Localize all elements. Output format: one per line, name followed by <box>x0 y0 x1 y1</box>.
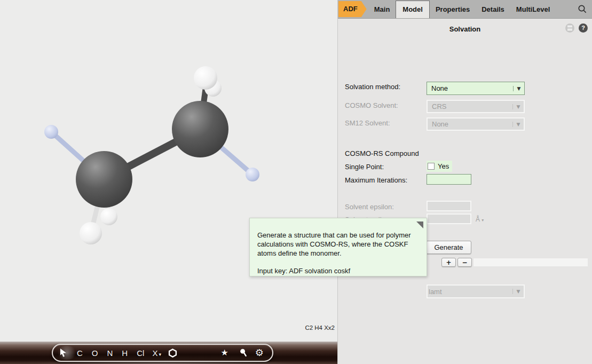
tab-details[interactable]: Details <box>476 1 510 18</box>
molecule-viewer: C2 H4 Xx2 C O N H Cl X ▾ ★ ⚙ <box>0 0 337 364</box>
partially-hidden-dropdown-value: lamt <box>428 288 512 296</box>
molecule-canvas[interactable] <box>0 0 337 342</box>
element-button-c[interactable]: C <box>77 349 83 357</box>
pointer-tool-icon[interactable] <box>59 348 68 358</box>
solvation-method-label: Solvation method: <box>345 83 400 91</box>
tooltip-input-key: Input key: ADF solvation coskf <box>257 267 419 276</box>
element-button-cl[interactable]: Cl <box>137 349 144 357</box>
carbon-atom-right[interactable] <box>172 101 228 157</box>
dropdown-arrow-icon: ▼ <box>512 104 524 109</box>
xx-atom-left[interactable] <box>44 125 58 139</box>
solvation-form: Solvation method: None ▼ COSMO Solvent: … <box>338 36 592 364</box>
solvation-method-dropdown[interactable]: None ▼ <box>427 82 525 95</box>
favorites-star-icon[interactable]: ★ <box>221 349 228 357</box>
unit-label: Å <box>476 216 480 223</box>
list-strip <box>473 258 588 266</box>
add-row-button[interactable]: + <box>441 258 456 267</box>
sm12-solvent-value: None <box>428 120 512 128</box>
hydrogen-atom-back-bottom[interactable] <box>100 208 117 225</box>
settings-gear-icon[interactable]: ⚙ <box>255 348 264 358</box>
element-button-o[interactable]: O <box>92 349 98 357</box>
single-point-checkbox[interactable] <box>428 163 435 170</box>
element-button-n[interactable]: N <box>107 349 113 357</box>
pin-tool-icon[interactable] <box>240 349 247 357</box>
tab-model[interactable]: Model <box>396 1 430 18</box>
hydrogen-atom-top[interactable] <box>194 66 217 90</box>
solvent-epsilon-label: Solvent epsilon: <box>345 203 394 211</box>
dropdown-arrow-icon: ▼ <box>512 289 524 294</box>
dropdown-arrow-icon: ▼ <box>513 86 524 91</box>
solvation-method-value: None <box>427 84 513 92</box>
element-picker-arrow-icon: ▾ <box>159 352 161 357</box>
tab-adf[interactable]: ADF <box>338 1 367 17</box>
element-button-h[interactable]: H <box>122 349 128 357</box>
carbon-atom-left[interactable] <box>76 151 132 208</box>
unit-arrow-icon: ▾ <box>482 218 484 223</box>
panel-menu-icon[interactable] <box>565 23 574 33</box>
partially-hidden-dropdown: lamt ▼ <box>427 284 525 298</box>
generate-button[interactable]: Generate <box>426 241 471 254</box>
single-point-label: Single Point: <box>345 163 384 171</box>
tab-multilevel[interactable]: MultiLevel <box>510 1 556 18</box>
ring-tool-icon[interactable] <box>168 349 177 358</box>
tab-properties[interactable]: Properties <box>430 1 476 18</box>
help-icon[interactable]: ? <box>579 23 588 33</box>
settings-panel: ADF Main Model Properties Details MultiL… <box>337 0 592 364</box>
single-point-option: Yes <box>427 161 452 172</box>
max-iterations-input[interactable] <box>427 174 471 185</box>
hydrogen-atom-bottom[interactable] <box>80 222 102 244</box>
panel-title: Solvation <box>338 19 592 33</box>
sm12-solvent-dropdown: None ▼ <box>427 117 525 131</box>
tab-bar: ADF Main Model Properties Details MultiL… <box>338 0 592 19</box>
element-toolbar: C O N H Cl X ▾ ★ ⚙ <box>52 344 273 362</box>
tooltip-corner-icon <box>416 221 423 228</box>
panel-header: Solvation ? <box>338 19 592 36</box>
sm12-solvent-label: SM12 Solvent: <box>345 119 390 127</box>
viewer-toolbar-bar: C O N H Cl X ▾ ★ ⚙ <box>0 342 337 364</box>
solvent-radius-input <box>427 213 471 224</box>
tab-main[interactable]: Main <box>368 1 396 18</box>
xx-atom-right[interactable] <box>246 168 259 181</box>
single-point-option-label: Yes <box>438 162 449 170</box>
dropdown-arrow-icon: ▼ <box>512 122 524 127</box>
max-iterations-label: Maximum Iterations: <box>345 176 407 184</box>
coskf-tooltip: Generate a structure that can be used fo… <box>249 218 427 276</box>
molecule-formula: C2 H4 Xx2 <box>305 325 335 331</box>
cosmo-solvent-dropdown: CRS ▼ <box>427 100 525 113</box>
compound-section-header: COSMO-RS Compound <box>345 149 419 157</box>
solvent-radius-unit: Å ▾ <box>476 216 484 223</box>
remove-row-button[interactable]: − <box>457 258 472 267</box>
search-icon[interactable] <box>578 4 587 14</box>
cosmo-solvent-value: CRS <box>428 102 512 110</box>
tooltip-body: Generate a structure that can be used fo… <box>257 231 419 258</box>
solvent-epsilon-input <box>427 201 471 211</box>
element-picker-x[interactable]: X ▾ <box>152 349 161 357</box>
element-button-x: X <box>152 349 157 357</box>
cosmo-solvent-label: COSMO Solvent: <box>345 101 398 109</box>
